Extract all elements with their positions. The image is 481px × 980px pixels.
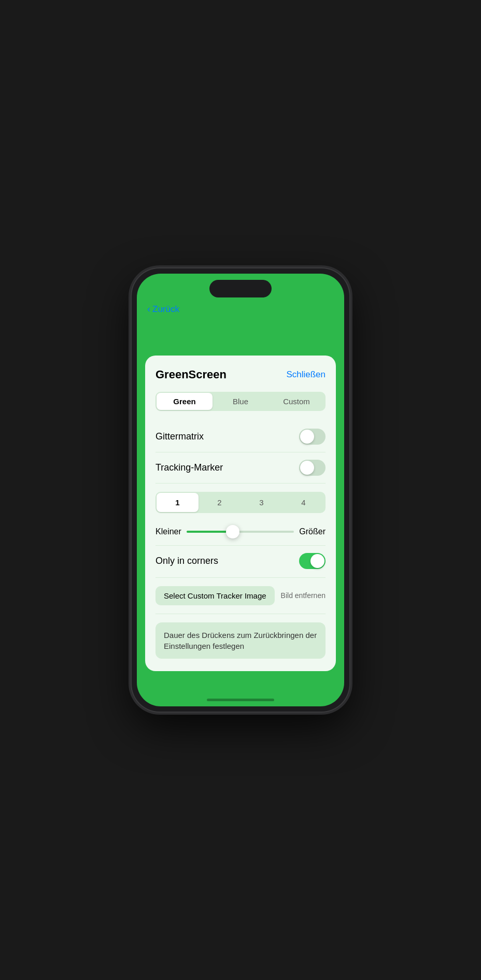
color-segmented-control: Green Blue Custom	[155, 392, 326, 411]
panel-header: GreenScreen Schließen	[155, 368, 326, 381]
phone-screen: ‹ Zurück GreenScreen Schließen Green Blu…	[137, 274, 344, 706]
tracking-marker-label: Tracking-Marker	[155, 462, 223, 473]
seg-green[interactable]: Green	[157, 393, 213, 410]
slider-thumb[interactable]	[226, 525, 239, 538]
num-segmented-control: 1 2 3 4	[155, 492, 326, 513]
home-indicator	[207, 699, 274, 701]
duration-button[interactable]: Dauer des Drückens zum Zurückbringen der…	[155, 622, 326, 659]
corners-label: Only in corners	[155, 556, 218, 566]
tracker-row: Select Custom Tracker Image Bild entfern…	[155, 578, 326, 614]
corners-row: Only in corners	[155, 546, 326, 578]
phone-frame: ‹ Zurück GreenScreen Schließen Green Blu…	[132, 268, 349, 712]
num-btn-1[interactable]: 1	[157, 493, 199, 512]
gittermatrix-label: Gittermatrix	[155, 431, 204, 442]
back-chevron-icon: ‹	[147, 304, 150, 315]
slider-left-label: Kleiner	[155, 527, 181, 536]
seg-custom[interactable]: Custom	[268, 393, 324, 410]
notch	[209, 280, 272, 297]
slider-row: Kleiner Größer	[155, 521, 326, 546]
content-area: GreenScreen Schließen Green Blue Custom …	[137, 320, 344, 706]
gittermatrix-thumb	[300, 430, 314, 444]
remove-image-button[interactable]: Bild entfernen	[281, 591, 326, 600]
gittermatrix-row: Gittermatrix	[155, 421, 326, 452]
tracking-marker-row: Tracking-Marker	[155, 452, 326, 484]
settings-panel: GreenScreen Schließen Green Blue Custom …	[145, 356, 336, 671]
slider-right-label: Größer	[299, 527, 326, 536]
slider-container[interactable]	[187, 527, 294, 537]
nav-bar: ‹ Zurück	[137, 304, 344, 320]
num-btn-4[interactable]: 4	[282, 493, 324, 512]
tracking-marker-thumb	[300, 461, 314, 475]
tracking-marker-toggle[interactable]	[299, 460, 326, 476]
gittermatrix-toggle[interactable]	[299, 429, 326, 445]
slider-track	[187, 531, 294, 533]
corners-toggle[interactable]	[299, 553, 326, 569]
seg-blue[interactable]: Blue	[213, 393, 268, 410]
back-label: Zurück	[152, 304, 179, 315]
back-button[interactable]: ‹ Zurück	[147, 304, 179, 315]
custom-tracker-button[interactable]: Select Custom Tracker Image	[155, 586, 275, 605]
panel-title: GreenScreen	[155, 368, 227, 381]
num-btn-3[interactable]: 3	[240, 493, 282, 512]
close-button[interactable]: Schließen	[286, 370, 326, 380]
corners-thumb	[310, 554, 324, 568]
num-btn-2[interactable]: 2	[199, 493, 240, 512]
